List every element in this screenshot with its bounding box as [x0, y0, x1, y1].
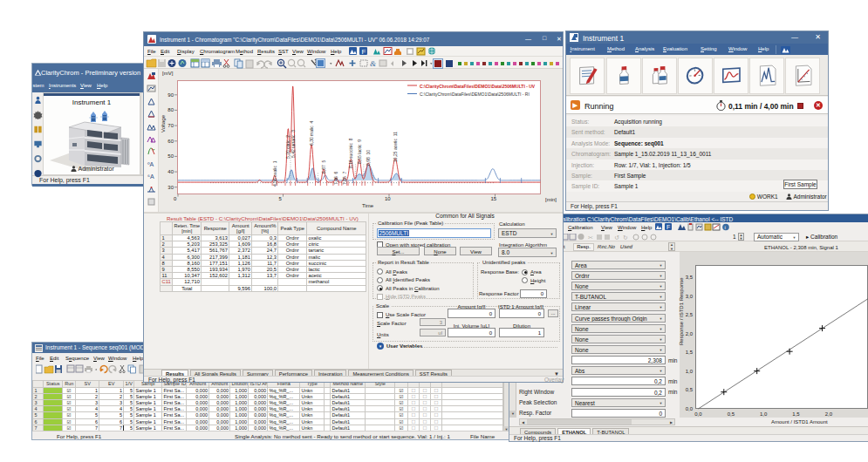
svg-text:↻: ↻ — [623, 234, 628, 241]
svg-text:C:\ClarityChrom\DataFiles\DEMO: C:\ClarityChrom\DataFiles\DEMO1\Data\250… — [420, 84, 536, 89]
svg-text:8,98 10: 8,98 10 — [366, 150, 371, 166]
svg-text:C:\ClarityChrom\DataFiles\DEMO: C:\ClarityChrom\DataFiles\DEMO1\Data\250… — [420, 92, 530, 97]
svg-text:8,55 lactic 9: 8,55 lactic 9 — [357, 139, 362, 164]
svg-text:8,16 succinic 8: 8,16 succinic 8 — [348, 138, 353, 168]
svg-text:&: & — [370, 59, 376, 68]
svg-text:⁶A: ⁶A — [147, 173, 154, 180]
svg-text:5,42 tartaric 3: 5,42 tartaric 3 — [290, 130, 296, 158]
svg-text:↺: ↺ — [614, 234, 619, 241]
svg-text:i: i — [725, 225, 726, 230]
svg-text:6,30 malic 4: 6,30 malic 4 — [309, 120, 314, 146]
svg-text:ºA: ºA — [147, 161, 154, 167]
svg-text:F: F — [362, 48, 366, 56]
svg-text:7,46 6: 7,46 6 — [333, 171, 338, 185]
svg-text:6,87 5: 6,87 5 — [321, 160, 326, 173]
svg-text:7,85 7: 7,85 7 — [342, 171, 347, 185]
svg-text:F: F — [666, 224, 670, 230]
svg-text:4,56 oxalic 1: 4,56 oxalic 1 — [272, 160, 277, 187]
svg-text:✂: ✂ — [588, 234, 593, 241]
svg-text:10,25 acetic 11: 10,25 acetic 11 — [393, 132, 398, 162]
